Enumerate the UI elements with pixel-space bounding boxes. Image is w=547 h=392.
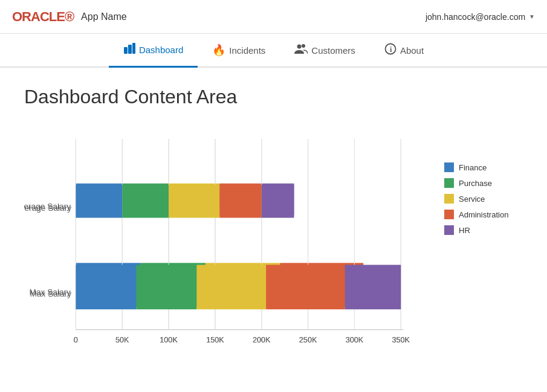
- header-left: ORACLE® App Name: [12, 9, 127, 25]
- svg-text:Average Salary: Average Salary: [24, 204, 71, 213]
- oracle-logo: ORACLE®: [12, 9, 74, 25]
- user-email: john.hancock@oracle.com: [426, 12, 525, 22]
- svg-text:200K: 200K: [253, 336, 271, 344]
- legend-color-service: [444, 194, 454, 204]
- nav-item-about[interactable]: i About: [370, 34, 438, 66]
- legend-item-administration: Administration: [444, 210, 523, 219]
- svg-rect-2: [132, 43, 135, 54]
- legend-color-purchase: [444, 178, 454, 188]
- svg-point-3: [297, 44, 302, 48]
- svg-rect-46: [122, 185, 169, 218]
- nav-item-incidents[interactable]: 🔥 Incidents: [198, 35, 280, 65]
- dashboard-icon: [123, 42, 135, 57]
- chart-legend: Finance Purchase Service Administration …: [444, 126, 523, 235]
- customers-icon: [294, 43, 308, 57]
- app-name-label: App Name: [81, 11, 127, 22]
- svg-rect-51: [136, 265, 196, 309]
- svg-rect-48: [219, 185, 261, 218]
- nav-label-dashboard: Dashboard: [139, 45, 183, 55]
- about-icon: i: [384, 43, 396, 58]
- legend-label-service: Service: [459, 194, 485, 204]
- svg-text:250K: 250K: [299, 336, 317, 344]
- svg-text:350K: 350K: [392, 336, 410, 344]
- nav-label-about: About: [400, 45, 424, 56]
- legend-label-administration: Administration: [459, 210, 508, 219]
- svg-text:0: 0: [74, 336, 78, 344]
- legend-item-finance: Finance: [444, 162, 523, 172]
- svg-rect-54: [345, 265, 401, 309]
- header: ORACLE® App Name john.hancock@oracle.com…: [0, 0, 547, 34]
- svg-rect-52: [196, 265, 266, 309]
- legend-label-hr: HR: [459, 226, 470, 235]
- legend-color-hr: [444, 225, 454, 235]
- nav-item-customers[interactable]: Customers: [280, 35, 370, 66]
- chart-container: 0 50K 100K 150K 200K 250K 300K 350K Aver…: [24, 126, 523, 370]
- svg-rect-49: [262, 185, 294, 218]
- svg-point-4: [302, 44, 305, 48]
- svg-rect-50: [76, 265, 136, 309]
- chevron-down-icon: ▼: [529, 13, 535, 20]
- svg-text:Max Salary: Max Salary: [30, 289, 72, 298]
- nav-bar: Dashboard 🔥 Incidents Customers i About: [0, 34, 547, 68]
- incidents-icon: 🔥: [212, 43, 225, 57]
- chart-area: 0 50K 100K 150K 200K 250K 300K 350K Aver…: [24, 126, 420, 370]
- nav-item-dashboard[interactable]: Dashboard: [109, 34, 198, 68]
- nav-label-customers: Customers: [311, 45, 355, 56]
- main-content: Dashboard Content Area 0: [0, 68, 547, 388]
- svg-rect-45: [76, 185, 122, 218]
- legend-color-finance: [444, 162, 454, 172]
- user-menu[interactable]: john.hancock@oracle.com ▼: [426, 12, 535, 22]
- legend-item-hr: HR: [444, 225, 523, 235]
- svg-text:300K: 300K: [346, 336, 364, 344]
- nav-label-incidents: Incidents: [229, 45, 265, 56]
- page-title: Dashboard Content Area: [24, 86, 523, 108]
- legend-label-purchase: Purchase: [459, 179, 492, 188]
- oracle-logo-text: ORACLE: [12, 9, 65, 24]
- svg-text:150K: 150K: [206, 336, 224, 344]
- svg-rect-0: [124, 47, 128, 54]
- legend-label-finance: Finance: [459, 163, 487, 172]
- svg-rect-47: [169, 185, 219, 218]
- bar-chart-corrected: 0 50K 100K 150K 200K 250K 300K 350K Aver…: [24, 126, 420, 368]
- svg-rect-1: [128, 45, 132, 54]
- svg-rect-53: [266, 265, 345, 309]
- legend-item-purchase: Purchase: [444, 178, 523, 188]
- legend-color-administration: [444, 210, 454, 219]
- svg-text:100K: 100K: [160, 336, 178, 344]
- legend-item-service: Service: [444, 194, 523, 204]
- svg-text:i: i: [390, 45, 392, 54]
- svg-text:50K: 50K: [115, 336, 129, 344]
